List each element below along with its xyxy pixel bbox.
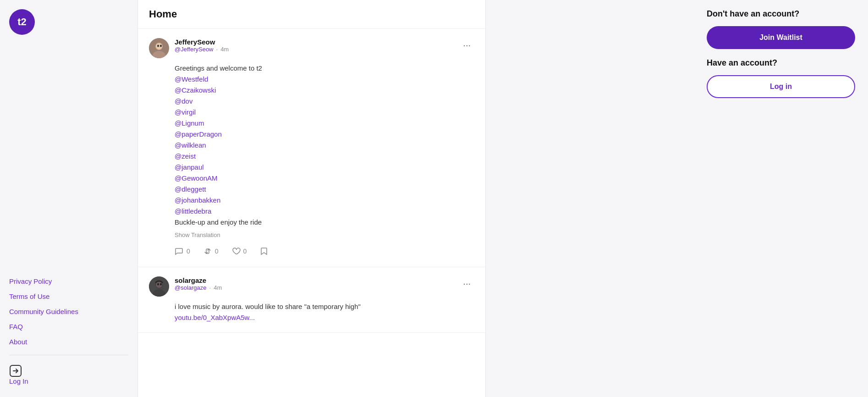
sidebar-login-link[interactable]: Log In — [9, 362, 128, 388]
mention-lignum[interactable]: @Lignum — [175, 119, 204, 127]
post-2-time: 4m — [214, 284, 222, 291]
join-waitlist-button[interactable]: Join Waitlist — [707, 26, 855, 49]
post-1-actions: 0 0 0 — [175, 245, 474, 258]
svg-point-11 — [157, 283, 159, 286]
page-title: Home — [138, 0, 485, 29]
post-1-time: 4m — [220, 46, 229, 53]
post-1-author-info: JefferySeow @JefferySeow · 4m — [175, 38, 229, 53]
mention-zeist[interactable]: @zeist — [175, 152, 196, 160]
app-logo[interactable]: t2 — [9, 9, 35, 35]
post-1-header: JefferySeow @JefferySeow · 4m ··· — [149, 38, 474, 58]
sidebar-item-terms-of-use[interactable]: Terms of Use — [9, 290, 128, 303]
mention-dleggett[interactable]: @dleggett — [175, 185, 206, 193]
post-2-author-section: solargaze @solargaze · 4m — [149, 276, 222, 297]
post-1-content: Greetings and welcome to t2 @Westfeld @C… — [175, 63, 474, 228]
post-2-header: solargaze @solargaze · 4m ··· — [149, 276, 474, 297]
post-1-body: Greetings and welcome to t2 @Westfeld @C… — [149, 63, 474, 258]
post-2: solargaze @solargaze · 4m ··· i love mus… — [138, 267, 485, 333]
mention-czaikowski[interactable]: @Czaikowski — [175, 86, 216, 94]
sidebar-links: Privacy Policy Terms of Use Community Gu… — [9, 265, 128, 388]
mention-janpaul[interactable]: @janpaul — [175, 163, 204, 171]
post-2-avatar — [149, 276, 169, 297]
post-1-show-translation[interactable]: Show Translation — [175, 232, 474, 238]
post-2-author-name: solargaze — [175, 276, 222, 284]
svg-point-5 — [157, 45, 159, 47]
mention-paperdragon[interactable]: @paperDragon — [175, 130, 222, 138]
mention-wilklean[interactable]: @wilklean — [175, 141, 206, 149]
like-icon — [231, 247, 241, 256]
post-2-author-info: solargaze @solargaze · 4m — [175, 276, 222, 291]
svg-point-6 — [160, 45, 162, 47]
post-1-author-meta: @JefferySeow · 4m — [175, 46, 229, 53]
svg-point-12 — [160, 283, 162, 286]
login-button[interactable]: Log in — [707, 75, 855, 98]
sidebar-item-privacy-policy[interactable]: Privacy Policy — [9, 275, 128, 288]
mention-dov[interactable]: @dov — [175, 97, 192, 105]
mention-westfeld[interactable]: @Westfeld — [175, 75, 208, 83]
post-1-avatar — [149, 38, 169, 58]
mention-littledebra[interactable]: @littledebra — [175, 207, 211, 215]
repost-icon — [203, 247, 212, 256]
post-1-author-section: JefferySeow @JefferySeow · 4m — [149, 38, 229, 58]
comment-icon — [175, 247, 184, 256]
mention-gewoonam[interactable]: @GewoonAM — [175, 174, 218, 182]
mention-johanbakken[interactable]: @johanbakken — [175, 196, 220, 204]
post-1-like-btn[interactable]: 0 — [231, 245, 247, 258]
post-1-repost-btn[interactable]: 0 — [203, 245, 219, 258]
post-1-author-handle[interactable]: @JefferySeow — [175, 46, 214, 53]
logo-container: t2 — [9, 9, 128, 35]
login-icon — [9, 364, 22, 377]
post-2-more-button[interactable]: ··· — [459, 276, 474, 291]
post-2-author-handle[interactable]: @solargaze — [175, 284, 207, 291]
sidebar-divider — [9, 355, 128, 355]
post-1-author-name: JefferySeow — [175, 38, 229, 46]
post-1-comment-btn[interactable]: 0 — [175, 245, 190, 258]
sidebar-item-community-guidelines[interactable]: Community Guidelines — [9, 305, 128, 318]
post-2-body: i love music by aurora. would like to sh… — [149, 301, 474, 323]
have-account-text: Have an account? — [707, 58, 855, 68]
main-content: Home JefferySeow @Jef — [137, 0, 486, 397]
post-1-bookmark-btn[interactable] — [259, 245, 269, 258]
bookmark-icon — [259, 247, 269, 256]
sidebar-item-faq[interactable]: FAQ — [9, 320, 128, 333]
post-2-content: i love music by aurora. would like to sh… — [175, 301, 474, 323]
no-account-text: Don't have an account? — [707, 9, 855, 19]
left-sidebar: t2 Privacy Policy Terms of Use Community… — [0, 0, 137, 397]
right-sidebar: Don't have an account? Join Waitlist Hav… — [694, 0, 868, 397]
mention-virgil[interactable]: @virgil — [175, 108, 196, 116]
post-2-author-meta: @solargaze · 4m — [175, 284, 222, 291]
post-1: JefferySeow @JefferySeow · 4m ··· Greeti… — [138, 29, 485, 267]
sidebar-item-about[interactable]: About — [9, 335, 128, 348]
post-1-more-button[interactable]: ··· — [459, 38, 474, 52]
post-2-link[interactable]: youtu.be/0_XabXpwA5w... — [175, 314, 255, 321]
